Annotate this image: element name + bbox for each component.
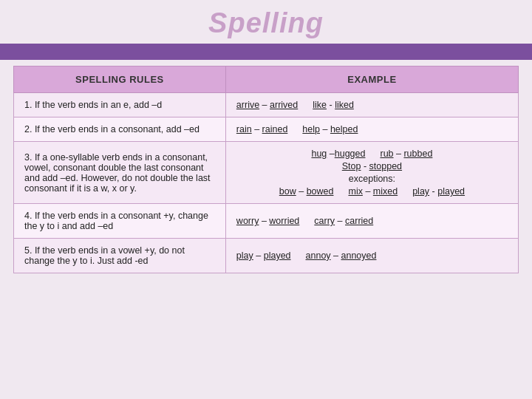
example-item: rain – rained bbox=[236, 124, 288, 134]
example-item: hug –hugged bbox=[311, 149, 365, 159]
purple-bar bbox=[0, 44, 532, 60]
table-wrapper: Spelling Rules Example 1. If the verb en… bbox=[0, 60, 532, 279]
table-row: 1. If the verb ends in an e, add –darriv… bbox=[14, 93, 519, 117]
table-row: 4. If the verb ends in a consonant +y, c… bbox=[14, 204, 519, 239]
rule-cell-1: 1. If the verb ends in an e, add –d bbox=[14, 93, 226, 117]
page-title: Spelling bbox=[208, 7, 324, 38]
example-item: worry – worried bbox=[236, 216, 299, 226]
table-row: 3. If a one-syllable verb ends in a cons… bbox=[14, 142, 519, 204]
exception-item: play - played bbox=[412, 186, 465, 197]
rule-cell-5: 5. If the verb ends in a vowel +y, do no… bbox=[14, 239, 226, 273]
example-item: rub – rubbed bbox=[380, 149, 432, 159]
example-cell-1: arrive – arrivedlike - liked bbox=[225, 93, 518, 117]
exceptions-label: exceptions: bbox=[349, 174, 395, 184]
rule-cell-3: 3. If a one-syllable verb ends in a cons… bbox=[14, 142, 226, 204]
example-item: annoy – annoyed bbox=[306, 250, 377, 261]
example-cell-4: worry – worriedcarry – carried bbox=[225, 204, 518, 239]
example-cell-5: play – playedannoy – annoyed bbox=[225, 239, 518, 273]
col-header-rules: Spelling Rules bbox=[14, 66, 226, 93]
example-cell-2: rain – rainedhelp – helped bbox=[225, 117, 518, 142]
table-row: 2. If the verb ends in a consonant, add … bbox=[14, 117, 519, 142]
spelling-table: Spelling Rules Example 1. If the verb en… bbox=[13, 66, 519, 273]
example-cell-3: hug –huggedrub – rubbedStop - stoppedexc… bbox=[225, 142, 518, 204]
example-item: arrive – arrived bbox=[236, 100, 298, 110]
example-item: like - liked bbox=[313, 100, 354, 110]
exception-item: mix – mixed bbox=[348, 186, 398, 197]
example-item: help – helped bbox=[302, 124, 358, 134]
rule-cell-4: 4. If the verb ends in a consonant +y, c… bbox=[14, 204, 226, 239]
col-header-examples: Example bbox=[225, 66, 518, 93]
title-area: Spelling bbox=[0, 0, 532, 44]
rule-cell-2: 2. If the verb ends in a consonant, add … bbox=[14, 117, 226, 142]
example-item: carry – carried bbox=[314, 216, 373, 226]
exception-item: bow – bowed bbox=[279, 186, 334, 197]
example-item: play – played bbox=[236, 250, 291, 261]
example-stop: Stop - stopped bbox=[342, 161, 402, 171]
table-row: 5. If the verb ends in a vowel +y, do no… bbox=[14, 239, 519, 273]
